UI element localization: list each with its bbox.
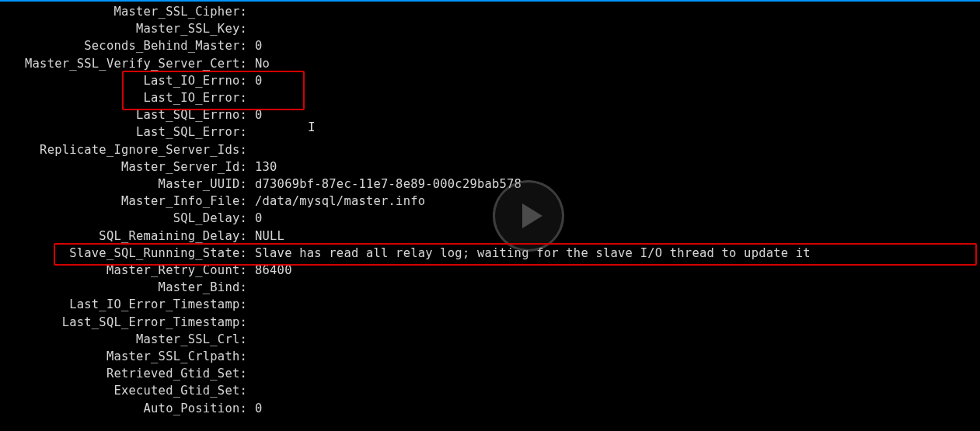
status-row: Last_SQL_Error: [0, 123, 811, 141]
status-label: Master_SSL_Crl: [0, 331, 247, 348]
status-row: Master_Bind: [0, 279, 811, 296]
status-row: Retrieved_Gtid_Set: [0, 365, 811, 382]
status-value: 86400 [247, 263, 292, 277]
status-label: Master_Bind: [0, 279, 247, 296]
status-value [247, 91, 255, 105]
status-value: 0 [247, 211, 263, 225]
status-label: Last_SQL_Error: [0, 123, 247, 141]
status-value [247, 280, 255, 294]
status-value: No [247, 57, 270, 71]
status-label: Last_IO_Error: [0, 89, 247, 106]
status-label: Master_Info_File: [0, 193, 247, 210]
status-value [247, 367, 255, 381]
status-row: Last_IO_Error: [0, 89, 811, 106]
svg-marker-0 [522, 203, 542, 228]
status-label: Master_SSL_Crlpath: [0, 348, 247, 365]
status-label: Auto_Position: [0, 400, 247, 417]
window-accent-bar [0, 0, 980, 2]
status-row: Last_IO_Error_Timestamp: [0, 296, 811, 313]
status-label: Master_SSL_Cipher: [0, 3, 247, 20]
status-label: Last_IO_Errno: [0, 72, 247, 89]
status-value: 0 [247, 74, 263, 88]
status-row: Master_SSL_Cipher: [0, 3, 811, 20]
status-row: Seconds_Behind_Master:0 [0, 37, 811, 54]
status-row: Last_SQL_Errno:0 [0, 106, 811, 123]
status-row: Last_SQL_Error_Timestamp: [0, 314, 811, 331]
status-label: SQL_Remaining_Delay: [0, 228, 247, 245]
status-label: Last_IO_Error_Timestamp: [0, 296, 247, 313]
status-row: Master_Info_File:/data/mysql/master.info [0, 193, 811, 210]
status-label: SQL_Delay: [0, 210, 247, 227]
status-label: Master_Retry_Count: [0, 262, 247, 279]
status-label: Retrieved_Gtid_Set: [0, 365, 247, 382]
status-value [247, 5, 255, 19]
status-value: 130 [247, 160, 277, 174]
status-label: Executed_Gtid_Set: [0, 382, 247, 399]
status-value: /data/mysql/master.info [247, 194, 425, 208]
status-row: Master_Server_Id:130 [0, 158, 811, 176]
status-value: 0 [247, 108, 263, 122]
status-value [247, 384, 255, 398]
play-icon [518, 202, 546, 230]
status-label: Master_Server_Id: [0, 158, 247, 176]
status-value: 0 [247, 39, 263, 53]
status-row: Master_SSL_Crlpath: [0, 348, 811, 365]
status-row: SQL_Remaining_Delay:NULL [0, 228, 811, 245]
status-row: Auto_Position:0 [0, 400, 811, 417]
status-value [247, 125, 255, 139]
status-value: 0 [247, 401, 263, 415]
status-row: Last_IO_Errno:0 [0, 72, 811, 89]
status-row: Replicate_Ignore_Server_Ids: [0, 141, 811, 158]
status-row: Master_SSL_Key: [0, 20, 811, 37]
status-row: Slave_SQL_Running_State:Slave has read a… [0, 245, 811, 262]
status-row: Master_SSL_Crl: [0, 331, 811, 348]
video-play-button[interactable] [493, 180, 564, 252]
status-row: Master_UUID:d73069bf-87ec-11e7-8e89-000c… [0, 176, 811, 193]
status-value [247, 349, 255, 363]
status-row: Master_SSL_Verify_Server_Cert:No [0, 55, 811, 72]
status-label: Replicate_Ignore_Server_Ids: [0, 141, 247, 158]
status-row: Executed_Gtid_Set: [0, 382, 811, 399]
status-label: Master_UUID: [0, 176, 247, 193]
status-value: d73069bf-87ec-11e7-8e89-000c29bab578 [247, 177, 521, 191]
status-row: SQL_Delay:0 [0, 210, 811, 227]
status-value [247, 22, 255, 36]
status-label: Master_SSL_Key: [0, 20, 247, 37]
terminal-output: Master_SSL_Cipher:Master_SSL_Key:Seconds… [0, 3, 811, 417]
status-row: Master_Retry_Count:86400 [0, 262, 811, 279]
status-label: Master_SSL_Verify_Server_Cert: [0, 55, 247, 72]
status-label: Seconds_Behind_Master: [0, 37, 247, 54]
status-value [247, 143, 255, 157]
status-value [247, 297, 255, 311]
status-value [247, 332, 255, 346]
status-label: Last_SQL_Errno: [0, 106, 247, 123]
status-label: Last_SQL_Error_Timestamp: [0, 314, 247, 331]
status-label: Slave_SQL_Running_State: [0, 245, 247, 262]
text-cursor: I [308, 120, 316, 134]
status-value: NULL [247, 229, 284, 243]
status-value [247, 315, 255, 329]
